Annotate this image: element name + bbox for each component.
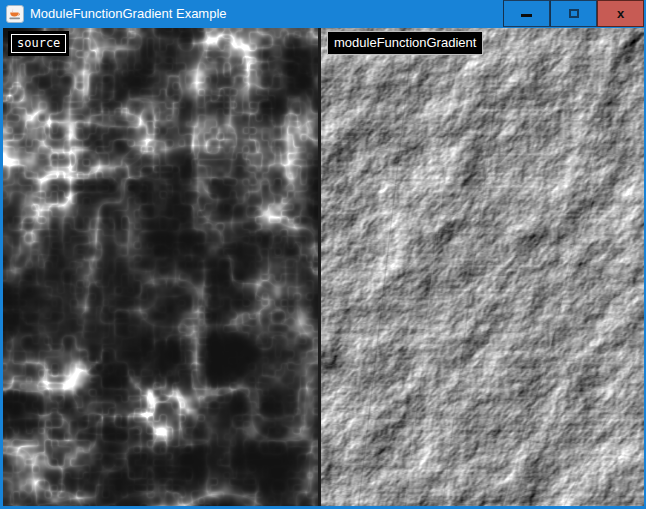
minimize-button[interactable] (503, 0, 550, 27)
gradient-image-canvas (321, 28, 644, 506)
source-label: source (8, 31, 69, 56)
window-controls: x (503, 0, 644, 27)
maximize-icon (569, 9, 579, 18)
app-window: ModuleFunctionGradient Example x source … (0, 0, 646, 509)
content-area: source moduleFunctionGradient (3, 28, 644, 506)
minimize-icon (521, 14, 532, 17)
gradient-label: moduleFunctionGradient (327, 31, 483, 55)
source-image-canvas (3, 28, 318, 506)
java-coffee-cup-icon (6, 5, 24, 23)
source-panel: source (3, 28, 318, 506)
source-label-text: source (11, 34, 66, 53)
maximize-button[interactable] (550, 0, 597, 27)
titlebar[interactable]: ModuleFunctionGradient Example x (0, 0, 646, 28)
close-icon: x (617, 7, 624, 20)
gradient-panel: moduleFunctionGradient (321, 28, 644, 506)
window-title: ModuleFunctionGradient Example (30, 0, 227, 28)
close-button[interactable]: x (597, 0, 644, 27)
